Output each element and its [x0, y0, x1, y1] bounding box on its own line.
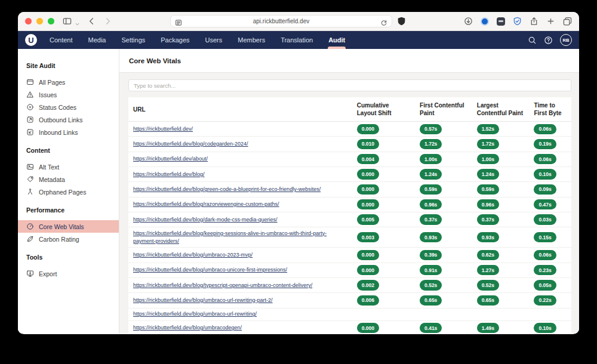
- sidebar-item-export[interactable]: Export: [18, 267, 119, 280]
- forward-button[interactable]: [103, 17, 112, 26]
- metric-badge: 0.37s: [420, 214, 442, 224]
- page-url-link[interactable]: https://rickbutterfield.dev/blog/umbraco…: [133, 311, 257, 317]
- metric-badge: 0.23s: [534, 265, 556, 275]
- nav-tab-settings[interactable]: Settings: [114, 31, 153, 49]
- metric-badge: 0.000: [357, 265, 379, 275]
- nav-tab-media[interactable]: Media: [81, 31, 114, 49]
- metric-badge: 0.65s: [420, 295, 442, 306]
- shield-check-icon[interactable]: [513, 17, 522, 26]
- share-icon[interactable]: [530, 17, 538, 26]
- table-row: https://rickbutterfield.dev/about/ 0.004…: [128, 152, 571, 166]
- url-text[interactable]: api.rickbutterfield.dev: [182, 18, 380, 24]
- col-ttfb: Time to First Byte: [529, 97, 571, 122]
- metric-badge: 0.000: [357, 323, 379, 333]
- nav-tab-members[interactable]: Members: [230, 31, 273, 49]
- nav-tab-audit[interactable]: Audit: [321, 31, 353, 49]
- table-row: https://rickbutterfield.dev/blog/dark-mo…: [128, 212, 571, 227]
- metric-badge: 0.19s: [534, 139, 556, 149]
- chevron-down-icon[interactable]: [75, 18, 80, 24]
- sidebar-item-status-codes[interactable]: Status Codes: [18, 101, 119, 113]
- nav-tab-content[interactable]: Content: [42, 31, 81, 49]
- page-url-link[interactable]: https://rickbutterfield.dev/blog/umbraco…: [133, 297, 273, 303]
- metric-badge: 0.10s: [534, 169, 556, 179]
- table-row: https://rickbutterfield.dev/blog/umbraco…: [128, 248, 571, 263]
- page-url-link[interactable]: https://rickbutterfield.dev/blog/umbraco…: [133, 325, 242, 331]
- sidebar-item-alt-text[interactable]: Alt Text: [18, 161, 119, 173]
- metric-badge: 0.57s: [420, 124, 442, 134]
- reload-icon[interactable]: [380, 18, 387, 25]
- metric-badge: 1.24s: [477, 169, 499, 179]
- metric-badge: 0.000: [357, 169, 379, 179]
- extension-icon[interactable]: [497, 17, 505, 26]
- metric-badge: 0.41s: [420, 323, 442, 333]
- sidebar-item-metadata[interactable]: Metadata: [18, 173, 119, 186]
- page-url-link[interactable]: https://rickbutterfield.dev/blog/umbraco…: [133, 267, 287, 273]
- nav-tab-users[interactable]: Users: [198, 31, 230, 49]
- outbound-icon: [26, 116, 34, 124]
- sidebar-item-inbound-links[interactable]: Inbound Links: [18, 126, 119, 138]
- umbraco-logo-icon[interactable]: U: [25, 34, 37, 46]
- sidebar-item-label: Status Codes: [39, 104, 76, 111]
- page-url-link[interactable]: https://rickbutterfield.dev/blog/typescr…: [133, 282, 312, 288]
- metric-badge: 0.96s: [477, 199, 499, 209]
- close-window-button[interactable]: [25, 18, 32, 24]
- page-url-link[interactable]: https://rickbutterfield.dev/blog/codegar…: [133, 141, 248, 147]
- privacy-shield-icon[interactable]: [397, 17, 406, 26]
- status-icon: [26, 103, 34, 111]
- sidebar-item-all-pages[interactable]: All Pages: [18, 76, 119, 88]
- page-url-link[interactable]: https://rickbutterfield.dev/blog/green-c…: [133, 186, 321, 192]
- page-url-link[interactable]: https://rickbutterfield.dev/blog/: [133, 171, 205, 177]
- address-bar[interactable]: api.rickbutterfield.dev: [170, 15, 392, 27]
- sidebar-item-label: All Pages: [39, 79, 65, 86]
- inbound-icon: [26, 128, 34, 136]
- nav-tab-translation[interactable]: Translation: [273, 31, 321, 49]
- reader-icon[interactable]: [175, 18, 182, 25]
- metric-badge: 0.52s: [477, 280, 499, 290]
- page-url-link[interactable]: https://rickbutterfield.dev/: [133, 126, 193, 132]
- browser-window: api.rickbutterfield.dev U ContentMediaSe…: [18, 12, 579, 334]
- search-icon[interactable]: [528, 36, 537, 45]
- table-row: https://rickbutterfield.dev/blog/codegar…: [128, 137, 571, 152]
- browser-toolbar: api.rickbutterfield.dev: [18, 12, 579, 31]
- nav-tab-packages[interactable]: Packages: [153, 31, 197, 49]
- help-icon[interactable]: [544, 36, 553, 45]
- sidebar-toggle-icon[interactable]: [63, 17, 72, 26]
- sidebar-section: ToolsExport: [18, 245, 119, 280]
- metric-badge: 1.52s: [477, 124, 499, 134]
- page-url-link[interactable]: https://rickbutterfield.dev/blog/dark-mo…: [133, 217, 278, 223]
- metric-badge: 0.03s: [534, 214, 556, 224]
- sidebar-item-label: Inbound Links: [39, 129, 78, 136]
- col-fcp: First Contentful Paint: [415, 97, 472, 122]
- search-input[interactable]: [128, 79, 571, 91]
- sidebar-item-label: Export: [39, 270, 57, 277]
- metric-badge: 0.000: [357, 184, 379, 195]
- sidebar-item-issues[interactable]: Issues: [18, 88, 119, 101]
- pages-icon: [26, 78, 34, 86]
- new-tab-icon[interactable]: [546, 17, 555, 26]
- sidebar-item-core-web-vitals[interactable]: Core Web Vitals: [18, 220, 119, 233]
- page-url-link[interactable]: https://rickbutterfield.dev/blog/razorvi…: [133, 201, 279, 207]
- sidebar-item-carbon-rating[interactable]: Carbon Rating: [18, 233, 119, 245]
- page-url-link[interactable]: https://rickbutterfield.dev/about/: [133, 156, 208, 162]
- page-url-link[interactable]: https://rickbutterfield.dev/blog/keeping…: [133, 230, 327, 244]
- vitals-table: URL Cumulative Layout Shift First Conten…: [128, 97, 571, 334]
- col-url: URL: [128, 97, 352, 122]
- page-url-link[interactable]: https://rickbutterfield.dev/blog/umbraco…: [133, 252, 253, 258]
- table-row: https://rickbutterfield.dev/blog/ 0.000 …: [128, 166, 571, 181]
- table-row: https://rickbutterfield.dev/blog/razorvi…: [128, 197, 571, 212]
- metric-badge: 0.59s: [420, 184, 442, 195]
- sidebar-item-orphaned-pages[interactable]: Orphaned Pages: [18, 186, 119, 198]
- zoom-window-button[interactable]: [48, 18, 54, 24]
- user-avatar[interactable]: RB: [560, 34, 572, 46]
- col-lcp: Largest Contentful Paint: [472, 97, 530, 122]
- metric-badge: 0.96s: [420, 199, 442, 209]
- minimize-window-button[interactable]: [36, 18, 43, 24]
- tab-overview-icon[interactable]: [563, 17, 572, 26]
- metric-badge: 1.27s: [477, 265, 499, 275]
- metric-badge: 0.37s: [477, 214, 499, 224]
- sidebar-item-outbound-links[interactable]: Outbound Links: [18, 113, 119, 126]
- downloads-icon[interactable]: [464, 17, 473, 26]
- table-row: https://rickbutterfield.dev/blog/keeping…: [128, 227, 571, 248]
- password-manager-icon[interactable]: [481, 17, 489, 26]
- back-button[interactable]: [87, 17, 96, 26]
